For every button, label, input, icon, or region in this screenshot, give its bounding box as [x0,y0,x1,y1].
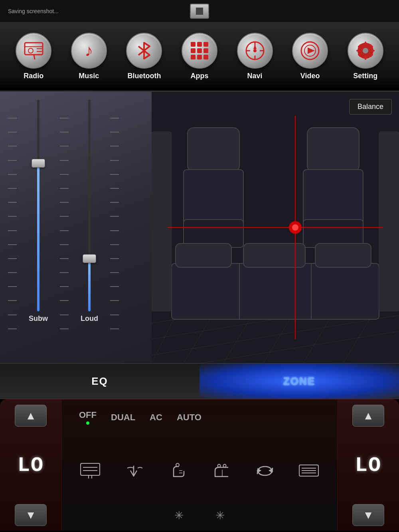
navi-icon [245,40,265,61]
off-indicator-dot [86,421,89,425]
left-temp-down-button[interactable] [15,504,47,526]
right-temp-up-button[interactable] [352,405,384,427]
tick [8,132,17,133]
svg-point-65 [223,464,226,467]
nav-item-navi[interactable]: Navi [231,33,279,80]
tick [60,202,69,203]
defrost-front-icon [80,463,101,479]
bluetooth-icon [134,40,154,61]
tick [60,328,69,329]
tick [8,272,17,273]
nav-item-setting[interactable]: Setting [342,33,389,80]
tick [8,216,17,217]
ac-button[interactable]: AC [146,410,166,425]
left-temp-display: LO [18,454,44,477]
recirculation-button[interactable] [253,461,277,481]
tick [8,244,17,245]
loud-label: Loud [81,314,98,323]
tab-eq[interactable]: EQ [0,364,200,399]
subw-thumb[interactable] [32,159,45,168]
tick [60,272,69,273]
tick [8,174,17,175]
tab-zone[interactable]: ZONE [200,364,399,399]
tick [110,258,119,259]
climate-top-row: OFF DUAL AC AUTO [68,404,331,431]
svg-rect-46 [176,243,231,267]
airflow-button[interactable] [122,461,145,481]
loud-thumb[interactable] [83,254,96,263]
svg-rect-37 [188,128,239,172]
tick-marks-right [110,118,119,329]
right-temp-control: LO [337,400,399,531]
tick [60,230,69,231]
loud-fill [88,259,91,312]
fan-speed-row: ✳ ✳ [68,509,331,527]
fan-right-icon[interactable]: ✳ [215,509,225,522]
video-icon-circle [292,33,328,69]
bluetooth-label: Bluetooth [127,72,161,80]
tick [8,258,17,259]
svg-rect-38 [307,128,359,172]
svg-rect-55 [81,463,100,475]
stop-icon [196,8,203,15]
tick [110,314,119,315]
nav-item-apps[interactable]: Apps [176,33,223,80]
sliders-area: Subw Loud [8,100,128,347]
svg-point-54 [292,224,298,231]
recirculation-icon [253,463,277,479]
nav-item-video[interactable]: Video [286,33,334,80]
climate-center: OFF DUAL AC AUTO [62,400,337,531]
seat-heat-front-button[interactable] [166,461,189,481]
svg-rect-48 [315,243,371,267]
seat-heat-rear-button[interactable] [210,461,233,481]
apps-label: Apps [190,72,208,80]
seat-heat-rear-icon [211,463,232,479]
setting-label: Setting [353,72,377,80]
subwoofer-slider[interactable]: Subw [29,100,48,347]
bottom-tabs: EQ ZONE [0,363,399,399]
nav-item-music[interactable]: ♪ Music [65,33,113,80]
auto-button[interactable]: AUTO [174,410,205,425]
svg-rect-21 [371,50,375,51]
tick [110,286,119,287]
music-label: Music [79,72,99,80]
video-label: Video [300,72,320,80]
tick [110,202,119,203]
nav-item-radio[interactable]: Radio [10,33,57,80]
fan-left-icon[interactable]: ✳ [174,509,184,522]
tick [110,132,119,133]
loudness-slider[interactable]: Loud [81,100,98,347]
left-temp-up-button[interactable] [15,405,47,427]
airflow-icon [123,463,144,479]
svg-point-17 [363,48,368,53]
apps-icon [191,42,208,59]
svg-marker-15 [308,47,315,54]
dual-button[interactable]: DUAL [108,410,138,425]
tick [60,244,69,245]
stop-button[interactable] [190,4,209,19]
tick-marks-left [8,118,17,329]
tick [110,328,119,329]
defrost-front-button[interactable] [79,461,102,481]
svg-rect-19 [365,56,366,60]
tick [110,272,119,273]
tick [60,174,69,175]
navi-icon-circle [237,33,273,69]
tick [60,160,69,161]
setting-icon-circle [348,33,383,69]
tick [60,314,69,315]
tick [110,300,119,301]
nav-item-bluetooth[interactable]: Bluetooth [120,33,168,80]
rear-defrost-button[interactable] [297,461,320,481]
tick [60,258,69,259]
music-icon-circle: ♪ [71,33,107,69]
right-temp-down-button[interactable] [352,504,384,526]
tick [60,132,69,133]
rear-defrost-icon [298,463,319,479]
tick [110,174,119,175]
tick [8,146,17,146]
navi-label: Navi [247,72,263,80]
off-button[interactable]: OFF [76,408,100,427]
balance-button[interactable]: Balance [349,99,392,115]
main-area: Balance [0,92,399,363]
